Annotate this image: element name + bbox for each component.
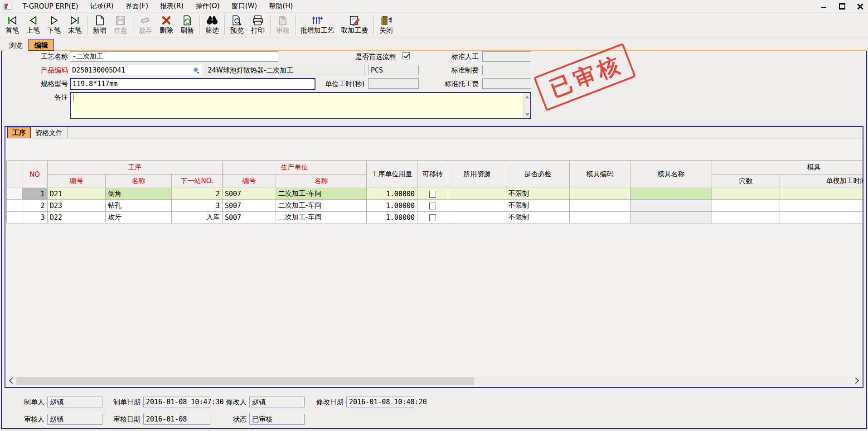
- minimize-icon[interactable]: [821, 3, 827, 10]
- process-name-input[interactable]: [70, 51, 278, 62]
- close-window-icon[interactable]: [857, 3, 863, 10]
- toolbar-last-button[interactable]: 末笔: [64, 14, 85, 37]
- scroll-right-icon[interactable]: [852, 376, 862, 386]
- restore-icon[interactable]: [839, 3, 845, 10]
- cell-usage[interactable]: 1.00000: [367, 212, 417, 223]
- scroll-up-icon[interactable]: [524, 94, 529, 99]
- main-tab-bar: 浏览 编辑: [1, 39, 867, 51]
- toolbar-first-button[interactable]: 首笔: [2, 14, 23, 37]
- cell-mold-time[interactable]: [780, 188, 863, 200]
- cell-resource[interactable]: [448, 212, 506, 223]
- product-lookup-button[interactable]: [191, 66, 200, 74]
- remarks-box: [70, 92, 531, 119]
- cell-mold-time[interactable]: [780, 212, 863, 223]
- cell-no[interactable]: 1: [22, 188, 48, 200]
- maker-field: 赵镇: [47, 397, 102, 407]
- toolbar-filter-button[interactable]: 筛选: [202, 14, 223, 37]
- cell-usage[interactable]: 1.00000: [367, 200, 417, 212]
- scrollbar-thumb[interactable]: [16, 377, 474, 385]
- menu-interface[interactable]: 界面(F): [120, 0, 154, 12]
- cell-mold-name[interactable]: [630, 188, 712, 200]
- toolbar-next-button[interactable]: 下笔: [44, 14, 64, 37]
- cell-cavity[interactable]: [712, 188, 780, 200]
- product-code-input[interactable]: [70, 65, 201, 75]
- toolbar-prev-button[interactable]: 上笔: [23, 14, 44, 37]
- menu-operate[interactable]: 操作(O): [189, 0, 226, 12]
- tab-edit[interactable]: 编辑: [29, 39, 54, 51]
- cell-proc-name[interactable]: 攻牙: [106, 212, 172, 223]
- row-selector[interactable]: [7, 188, 22, 200]
- last-record-icon: [69, 15, 81, 26]
- tab-process-steps[interactable]: 工序: [7, 127, 31, 138]
- app-icon: [4, 3, 11, 10]
- cell-must-check[interactable]: 不限制: [506, 200, 570, 212]
- cell-unit-name[interactable]: 二次加工-车间: [276, 188, 367, 200]
- remarks-scrollbar[interactable]: [523, 93, 530, 118]
- menu-window[interactable]: 窗口(W): [226, 0, 263, 12]
- save-floppy-icon: [115, 15, 126, 26]
- cell-unit-name[interactable]: 二次加工-车间: [276, 212, 367, 223]
- cell-cavity[interactable]: [712, 212, 780, 223]
- cell-mold-code[interactable]: [570, 212, 630, 223]
- preferred-flow-checkbox[interactable]: [402, 52, 410, 59]
- cell-usage[interactable]: 1.00000: [367, 188, 417, 200]
- cell-proc-name[interactable]: 倒角: [106, 188, 172, 200]
- cell-mold-name[interactable]: [630, 200, 712, 212]
- cell-proc-code[interactable]: D22: [48, 212, 106, 223]
- menu-help[interactable]: 帮助(H): [263, 0, 299, 12]
- unit-hours-field: [368, 78, 419, 89]
- cell-proc-name[interactable]: 钻孔: [106, 200, 172, 212]
- cell-resource[interactable]: [448, 188, 506, 200]
- toolbar-print-button[interactable]: 打印: [247, 14, 268, 37]
- tab-browse[interactable]: 浏览: [4, 39, 29, 51]
- toolbar-batch-add-process-button[interactable]: 批增加工艺: [297, 14, 337, 37]
- spec-model-input[interactable]: [70, 78, 315, 90]
- cell-no[interactable]: 3: [22, 212, 48, 223]
- menu-app[interactable]: T-GROUP ERP(E): [17, 0, 84, 12]
- row-selector[interactable]: [7, 212, 22, 223]
- toolbar-separator: [270, 15, 271, 35]
- cell-proc-code[interactable]: D23: [48, 200, 106, 212]
- modifier-field: 赵镇: [249, 397, 305, 407]
- std-outsource-fee-field: [482, 78, 531, 89]
- transferable-checkbox[interactable]: [429, 214, 436, 221]
- scroll-left-icon[interactable]: [6, 376, 16, 386]
- cell-mold-code[interactable]: [570, 200, 630, 212]
- toolbar-get-fee-button[interactable]: 取加工费: [337, 14, 372, 37]
- cell-unit-code[interactable]: S007: [223, 212, 276, 223]
- cell-no[interactable]: 2: [22, 200, 48, 212]
- horizontal-scrollbar[interactable]: [6, 376, 862, 386]
- cell-transferable[interactable]: [417, 188, 448, 200]
- first-record-icon: [6, 15, 18, 26]
- cell-resource[interactable]: [448, 200, 506, 212]
- row-selector[interactable]: [7, 200, 22, 212]
- cell-next-no[interactable]: 2: [172, 188, 223, 200]
- scroll-down-icon[interactable]: [524, 112, 529, 117]
- grid-selector-header: [7, 161, 22, 188]
- cell-cavity[interactable]: [712, 200, 780, 212]
- cell-must-check[interactable]: 不限制: [506, 212, 570, 223]
- cell-must-check[interactable]: 不限制: [506, 188, 570, 200]
- transferable-checkbox[interactable]: [429, 203, 436, 209]
- cell-proc-code[interactable]: D21: [48, 188, 106, 200]
- cell-unit-code[interactable]: S007: [223, 200, 276, 212]
- menu-report[interactable]: 报表(R): [154, 0, 189, 12]
- remarks-textarea[interactable]: [71, 93, 523, 118]
- toolbar-delete-button[interactable]: 删除: [156, 14, 177, 37]
- cell-unit-code[interactable]: S007: [223, 188, 276, 200]
- cell-next-no[interactable]: 入库: [172, 212, 223, 223]
- cell-mold-code[interactable]: [570, 188, 630, 200]
- toolbar-new-button[interactable]: 新增: [89, 14, 110, 37]
- cell-mold-time[interactable]: [780, 200, 863, 212]
- toolbar-close-button[interactable]: 关闭: [376, 14, 397, 37]
- cell-transferable[interactable]: [417, 212, 448, 223]
- cell-transferable[interactable]: [417, 200, 448, 212]
- cell-mold-name[interactable]: [630, 212, 712, 223]
- menu-record[interactable]: 记录(R): [84, 0, 120, 12]
- toolbar-refresh-button[interactable]: 刷新: [177, 14, 198, 37]
- tab-qualification-docs[interactable]: 资格文件: [31, 127, 68, 138]
- cell-next-no[interactable]: 3: [172, 200, 223, 212]
- cell-unit-name[interactable]: 二次加工-车间: [276, 200, 367, 212]
- toolbar-preview-button[interactable]: 预览: [227, 14, 247, 37]
- transferable-checkbox[interactable]: [429, 191, 436, 198]
